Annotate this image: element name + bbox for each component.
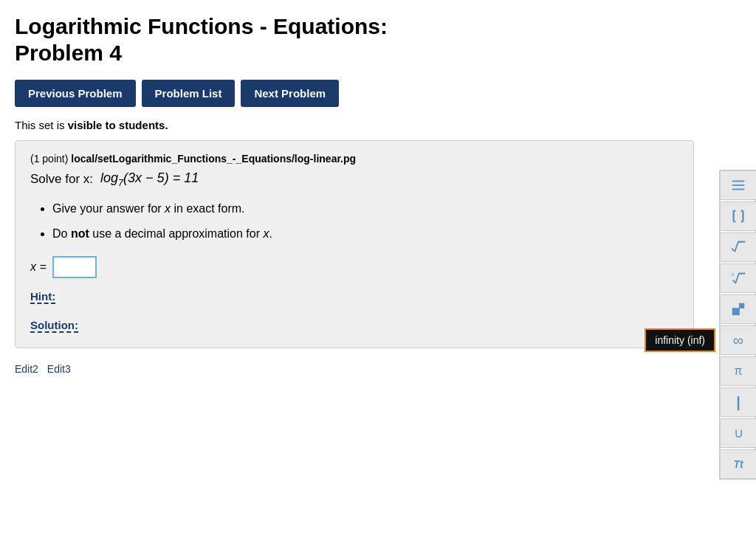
answer-row: x = <box>30 256 678 278</box>
prev-problem-button[interactable]: Previous Problem <box>15 80 136 107</box>
svg-rect-13 <box>739 303 744 308</box>
next-problem-button[interactable]: Next Problem <box>241 80 339 107</box>
problem-instructions: Give your answer for x in exact form. Do… <box>52 200 678 243</box>
visibility-note: This set is visible to students. <box>15 119 694 131</box>
infinity-tooltip: infinity (inf) <box>645 328 715 352</box>
svg-text:n: n <box>732 272 735 277</box>
text-icon[interactable]: Tt <box>720 449 756 479</box>
align-icon[interactable] <box>720 170 756 200</box>
hint-link[interactable]: Hint: <box>30 290 55 304</box>
svg-rect-12 <box>732 308 740 315</box>
union-icon[interactable]: ∪ <box>720 418 756 448</box>
sqrt-icon[interactable] <box>720 232 756 262</box>
solution-link[interactable]: Solution: <box>30 319 78 333</box>
answer-label: x = <box>30 260 47 274</box>
nav-buttons: Previous Problem Problem List Next Probl… <box>15 80 694 107</box>
pipe-icon[interactable]: | <box>720 387 756 417</box>
nthroot-icon[interactable]: n <box>720 263 756 293</box>
edit2-link[interactable]: Edit2 <box>15 363 38 375</box>
right-toolbar: n ∞ infinity (inf) π | ∪ Tt <box>719 170 756 480</box>
problem-source: (1 point) local/setLogarithmic_Functions… <box>30 153 678 165</box>
footer-links: Edit2 Edit3 <box>15 363 694 375</box>
problem-list-button[interactable]: Problem List <box>142 80 236 107</box>
instruction-exact-form: Give your answer for x in exact form. <box>52 200 678 218</box>
page-title: Logarithmic Functions - Equations: Probl… <box>15 13 694 66</box>
problem-equation: Solve for x: log7(3x − 5) = 11 <box>30 170 678 188</box>
answer-input[interactable] <box>52 256 97 278</box>
bracket-icon[interactable] <box>720 201 756 231</box>
infinity-btn[interactable]: ∞ infinity (inf) <box>720 325 756 355</box>
math-equation: log7(3x − 5) = 11 <box>100 170 199 188</box>
pi-icon[interactable]: π <box>720 356 756 386</box>
instruction-no-decimal: Do not use a decimal approximation for x… <box>52 225 678 243</box>
superscript-icon[interactable] <box>720 294 756 324</box>
problem-box: (1 point) local/setLogarithmic_Functions… <box>15 140 694 348</box>
infinity-icon: ∞ <box>733 332 743 349</box>
edit3-link[interactable]: Edit3 <box>47 363 71 375</box>
